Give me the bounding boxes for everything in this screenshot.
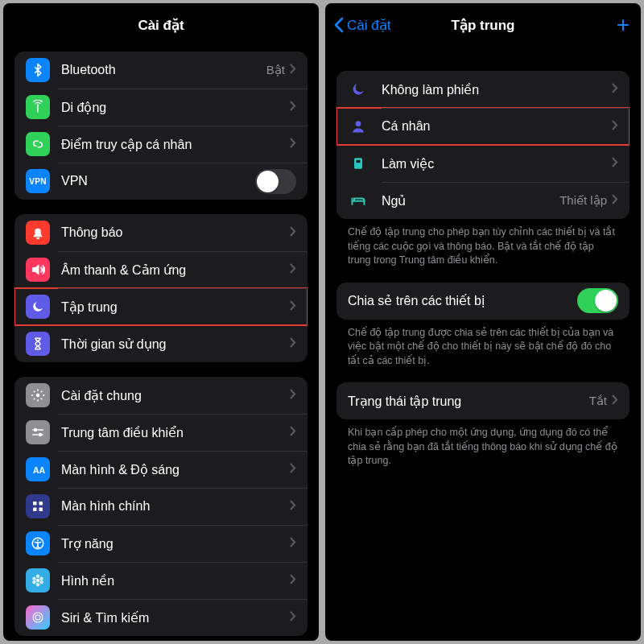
moon-icon [348, 79, 369, 100]
page-title: Cài đặt [138, 17, 184, 34]
add-button[interactable]: + [617, 14, 630, 36]
svg-point-19 [356, 121, 361, 126]
chevron-right-icon [290, 100, 296, 114]
label: Hình nền [61, 573, 290, 588]
row-general[interactable]: Cài đặt chung [14, 377, 308, 414]
label: Thông báo [61, 225, 290, 240]
group-notifications: Thông báo Âm thanh & Cảm ứng Tập trung [14, 214, 308, 362]
chevron-right-icon [290, 425, 296, 440]
row-sleep[interactable]: Ngủ Thiết lập [336, 182, 630, 219]
chevron-right-icon [290, 499, 296, 514]
chevron-right-icon [290, 63, 296, 77]
label: Ngủ [382, 193, 559, 208]
footer-text: Chế độ tập trung cho phép bạn tùy chỉnh … [336, 219, 630, 268]
svg-point-11 [36, 575, 40, 579]
row-share[interactable]: Chia sẻ trên các thiết bị [336, 283, 630, 320]
chevron-right-icon [612, 193, 618, 208]
chevron-right-icon [290, 137, 296, 151]
text-size-icon: AA [26, 457, 50, 481]
chevron-right-icon [612, 119, 618, 134]
label: Làm việc [382, 156, 612, 171]
row-homescreen[interactable]: Màn hình chính [14, 488, 308, 525]
svg-point-13 [39, 580, 43, 584]
sliders-icon [26, 420, 50, 444]
svg-point-12 [39, 577, 43, 581]
bed-icon [348, 190, 369, 211]
label: Màn hình chính [61, 499, 290, 514]
chevron-right-icon [290, 299, 296, 314]
row-focus-status[interactable]: Trạng thái tập trung Tắt [336, 382, 630, 419]
svg-rect-5 [39, 502, 43, 506]
group-connectivity: Bluetooth Bật Di động Điểm truy cập cá n… [14, 52, 308, 200]
svg-point-17 [33, 613, 43, 622]
chevron-right-icon [290, 536, 296, 551]
row-vpn[interactable]: VPN VPN [14, 163, 308, 200]
label: Di động [61, 100, 290, 115]
back-label: Cài đặt [347, 17, 390, 34]
accessibility-icon [26, 531, 50, 555]
svg-text:AA: AA [33, 465, 45, 475]
row-accessibility[interactable]: Trợ năng [14, 525, 308, 562]
chevron-right-icon [290, 388, 296, 402]
header: Cài đặt Tập trung + [325, 3, 641, 47]
chevron-right-icon [290, 610, 296, 625]
settings-list[interactable]: Bluetooth Bật Di động Điểm truy cập cá n… [3, 47, 319, 641]
chevron-right-icon [290, 336, 296, 351]
label: Chia sẻ trên các thiết bị [348, 293, 577, 308]
focus-list[interactable]: Không làm phiền Cá nhân Làm việc [325, 47, 641, 641]
chevron-right-icon [612, 394, 618, 408]
label: Bluetooth [61, 63, 266, 77]
chevron-right-icon [290, 462, 296, 477]
label: Trợ năng [61, 536, 290, 551]
row-personal[interactable]: Cá nhân [336, 108, 630, 145]
person-icon [348, 116, 369, 137]
svg-rect-20 [354, 158, 362, 168]
row-focus[interactable]: Tập trung [14, 288, 308, 325]
row-siri[interactable]: Siri & Tìm kiếm [14, 599, 308, 636]
row-cellular[interactable]: Di động [14, 89, 308, 126]
svg-rect-4 [33, 502, 37, 506]
row-dnd[interactable]: Không làm phiền [336, 71, 630, 108]
back-button[interactable]: Cài đặt [333, 17, 390, 34]
group-status: Trạng thái tập trung Tắt [336, 382, 630, 419]
speaker-icon [26, 258, 50, 282]
row-bluetooth[interactable]: Bluetooth Bật [14, 52, 308, 89]
chevron-right-icon [290, 225, 296, 240]
row-sounds[interactable]: Âm thanh & Cảm ứng [14, 251, 308, 288]
badge-icon [348, 153, 369, 174]
row-display[interactable]: AA Màn hình & Độ sáng [14, 451, 308, 488]
footer-text: Chế độ tập trung được chia sẻ trên các t… [336, 320, 630, 369]
label: VPN [61, 174, 255, 188]
share-toggle[interactable] [577, 288, 618, 313]
hourglass-icon [26, 332, 50, 356]
flower-icon [26, 568, 50, 592]
siri-icon [26, 605, 50, 630]
svg-rect-6 [33, 508, 37, 512]
row-work[interactable]: Làm việc [336, 145, 630, 182]
row-screentime[interactable]: Thời gian sử dụng [14, 325, 308, 362]
label: Âm thanh & Cảm ứng [61, 262, 290, 278]
svg-point-2 [39, 433, 43, 437]
label: Không làm phiền [382, 82, 612, 97]
footer-text: Khi bạn cấp phép cho một ứng dụng, ứng d… [336, 419, 630, 469]
row-wallpaper[interactable]: Hình nền [14, 562, 308, 599]
focus-screen: Cài đặt Tập trung + Không làm phiền Cá n… [325, 3, 641, 641]
label: Siri & Tìm kiếm [61, 610, 290, 625]
group-general: Cài đặt chung Trung tâm điều khiển AA Mà… [14, 377, 308, 636]
label: Tập trung [61, 299, 290, 315]
row-notifications[interactable]: Thông báo [14, 214, 308, 251]
vpn-toggle[interactable] [255, 169, 296, 194]
value: Tắt [589, 394, 607, 408]
chevron-right-icon [290, 262, 296, 277]
label: Cài đặt chung [61, 388, 290, 403]
row-controlcenter[interactable]: Trung tâm điều khiển [14, 414, 308, 451]
moon-icon [26, 295, 50, 319]
grid-icon [26, 494, 50, 518]
label: Thời gian sử dụng [61, 336, 290, 352]
settings-screen: Cài đặt Bluetooth Bật Di động [3, 3, 319, 641]
svg-point-15 [32, 580, 36, 584]
row-hotspot[interactable]: Điểm truy cập cá nhân [14, 126, 308, 163]
label: Trạng thái tập trung [348, 394, 589, 409]
chevron-right-icon [612, 156, 618, 171]
value: Bật [266, 63, 285, 77]
